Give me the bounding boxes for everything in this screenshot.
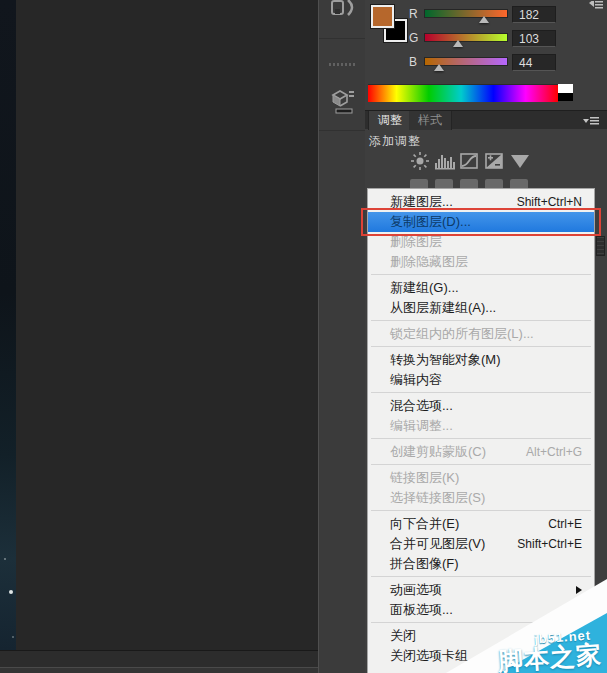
menu-separator <box>371 392 591 393</box>
curves-icon[interactable] <box>459 152 481 171</box>
ramp-white-swatch[interactable] <box>558 84 573 93</box>
channel-label-G: G <box>409 31 423 45</box>
channel-label-B: B <box>409 55 423 69</box>
channel-slider-thumb-B[interactable] <box>434 64 444 71</box>
adjustment-icon-partial[interactable] <box>485 179 503 188</box>
menu-item-lock-all-layers-in-group[interactable]: 锁定组内的所有图层(L)... <box>368 324 594 344</box>
channel-slider-G[interactable] <box>424 33 508 42</box>
menu-item-label: 合并可见图层(V) <box>390 535 485 553</box>
menu-item-delete-hidden-layers[interactable]: 删除隐藏图层 <box>368 252 594 272</box>
menu-item-merge-visible[interactable]: 合并可见图层(V)Shift+Ctrl+E <box>368 534 594 554</box>
brightness-contrast-icon[interactable] <box>409 152 431 171</box>
adjustment-icon-partial[interactable] <box>435 179 453 188</box>
menu-item-label: 锁定组内的所有图层(L)... <box>390 325 534 343</box>
collapsed-panel-button-3d[interactable] <box>325 86 359 116</box>
menu-item-label: 删除隐藏图层 <box>390 253 468 271</box>
menu-separator <box>371 274 591 275</box>
vibrance-icon[interactable] <box>509 152 531 171</box>
channel-slider-R[interactable] <box>424 9 508 18</box>
panel-tab-bar: 调整样式 <box>365 110 607 129</box>
photo-star-dot <box>4 558 6 560</box>
document-photo-edge <box>0 0 16 650</box>
photoshop-window: R 182G 103B 44 调整样式 <box>0 0 607 673</box>
photo-star-dot <box>9 590 13 594</box>
menu-separator <box>371 464 591 465</box>
menu-item-label: 转换为智能对象(M) <box>390 351 501 369</box>
panel-dock-strip <box>318 0 365 673</box>
notes-panel-icon <box>327 0 357 26</box>
menu-item-new-group[interactable]: 新建组(G)... <box>368 278 594 298</box>
menu-item-flatten-image[interactable]: 拼合图像(F) <box>368 554 594 574</box>
menu-item-label: 从图层新建组(A)... <box>390 299 496 317</box>
menu-item-label: 动画选项 <box>390 581 442 599</box>
menu-item-label: 新建组(G)... <box>390 279 459 297</box>
adjustment-icon-partial[interactable] <box>510 179 528 188</box>
canvas-area[interactable] <box>0 0 318 673</box>
menu-item-edit-contents[interactable]: 编辑内容 <box>368 370 594 390</box>
dock-gripper[interactable] <box>329 63 355 66</box>
dock-separator <box>319 38 365 39</box>
photo-star-dot <box>12 636 14 638</box>
menu-item-label: 关闭选项卡组 <box>390 647 468 665</box>
3d-panel-icon <box>328 86 356 116</box>
submenu-arrow-icon <box>576 586 582 594</box>
menu-item-select-linked-layers[interactable]: 选择链接图层(S) <box>368 488 594 508</box>
menu-item-animation-options[interactable]: 动画选项 <box>368 580 594 600</box>
add-adjustment-label: 添加调整 <box>369 133 421 150</box>
levels-icon[interactable] <box>434 152 456 171</box>
ramp-black-swatch[interactable] <box>558 93 573 101</box>
color-spectrum-ramp[interactable] <box>368 84 558 102</box>
menu-item-panel-options[interactable]: 面板选项... <box>368 600 594 620</box>
menu-item-convert-to-smart-object[interactable]: 转换为智能对象(M) <box>368 350 594 370</box>
adjustment-icon-partial[interactable] <box>460 179 478 188</box>
adjustments-panel-menu-icon[interactable] <box>583 116 599 126</box>
channel-value-R[interactable]: 182 <box>512 6 556 23</box>
layers-context-menu: 新建图层...Shift+Ctrl+N复制图层(D)...删除图层删除隐藏图层新… <box>367 188 595 673</box>
menu-item-label: 创建剪贴蒙版(C) <box>390 443 486 461</box>
menu-item-label: 编辑内容 <box>390 371 442 389</box>
menu-item-create-clipping-mask[interactable]: 创建剪贴蒙版(C)Alt+Ctrl+G <box>368 442 594 462</box>
panel-scrollbar-thumb[interactable] <box>596 236 605 256</box>
status-bar <box>0 650 318 673</box>
color-panel-menu-icon[interactable] <box>589 1 603 9</box>
channel-value-G[interactable]: 103 <box>512 30 556 47</box>
menu-item-label: 关闭 <box>390 627 416 645</box>
dock-separator <box>319 130 365 131</box>
status-bar-edge <box>0 667 318 673</box>
menu-item-merge-down[interactable]: 向下合并(E)Ctrl+E <box>368 514 594 534</box>
menu-shortcut: Shift+Ctrl+N <box>517 195 582 209</box>
menu-separator <box>371 622 591 623</box>
menu-separator <box>371 438 591 439</box>
menu-item-link-layers[interactable]: 链接图层(K) <box>368 468 594 488</box>
menu-shortcut: Ctrl+E <box>548 517 582 531</box>
menu-shortcut: Shift+Ctrl+E <box>517 537 582 551</box>
foreground-color-swatch[interactable] <box>371 5 394 28</box>
menu-separator <box>371 346 591 347</box>
menu-item-label: 混合选项... <box>390 397 453 415</box>
annotation-highlight-rect <box>361 208 601 236</box>
channel-value-B[interactable]: 44 <box>512 54 556 71</box>
channel-slider-thumb-G[interactable] <box>453 40 463 47</box>
menu-item-close[interactable]: 关闭 <box>368 626 594 646</box>
menu-item-label: 选择链接图层(S) <box>390 489 485 507</box>
menu-item-label: 拼合图像(F) <box>390 555 459 573</box>
tab-styles[interactable]: 样式 <box>409 111 452 130</box>
channel-slider-thumb-R[interactable] <box>479 16 489 23</box>
menu-item-edit-adjustment[interactable]: 编辑调整... <box>368 416 594 436</box>
menu-item-blending-options[interactable]: 混合选项... <box>368 396 594 416</box>
menu-separator <box>371 510 591 511</box>
adjustment-icon-partial[interactable] <box>410 179 428 188</box>
tab-adjustments[interactable]: 调整 <box>368 111 412 130</box>
channel-label-R: R <box>409 7 423 21</box>
menu-shortcut: Alt+Ctrl+G <box>526 445 582 459</box>
menu-item-new-group-from-layers[interactable]: 从图层新建组(A)... <box>368 298 594 318</box>
menu-item-label: 编辑调整... <box>390 417 453 435</box>
menu-item-label: 向下合并(E) <box>390 515 459 533</box>
collapsed-panel-button-top[interactable] <box>325 0 359 26</box>
menu-separator <box>371 320 591 321</box>
menu-separator <box>371 576 591 577</box>
exposure-icon[interactable] <box>484 152 506 171</box>
menu-item-label: 链接图层(K) <box>390 469 459 487</box>
menu-item-close-tab-group[interactable]: 关闭选项卡组 <box>368 646 594 666</box>
menu-item-label: 面板选项... <box>390 601 453 619</box>
